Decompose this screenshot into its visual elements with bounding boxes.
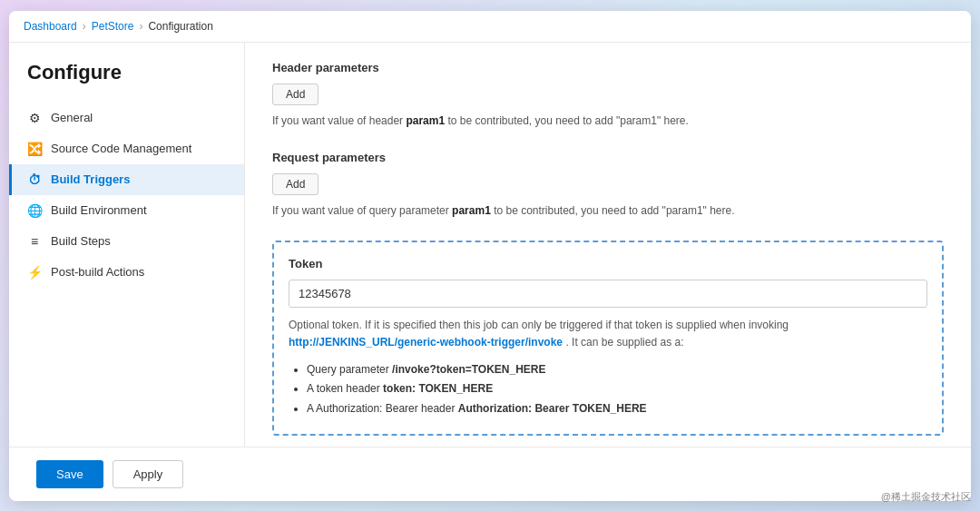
header-params-add-button[interactable]: Add <box>272 84 318 105</box>
sidebar-item-label: Build Triggers <box>51 172 130 186</box>
sidebar-item-build-environment[interactable]: 🌐 Build Environment <box>9 195 244 226</box>
list-item: Query parameter /invoke?token=TOKEN_HERE <box>307 360 927 380</box>
sidebar: Configure ⚙ General 🔀 Source Code Manage… <box>9 43 245 447</box>
token-list: Query parameter /invoke?token=TOKEN_HERE… <box>289 360 927 419</box>
sidebar-item-label: Build Steps <box>51 234 111 248</box>
token-section: Token Optional token. If it is specified… <box>272 241 944 436</box>
sidebar-item-label: General <box>51 111 93 124</box>
sidebar-item-label: Build Environment <box>51 203 147 217</box>
sidebar-title: Configure <box>9 61 244 103</box>
steps-icon: ≡ <box>27 234 42 249</box>
breadcrumb-config: Configuration <box>148 20 212 33</box>
request-params-hint: If you want value of query parameter par… <box>272 202 944 219</box>
apply-button[interactable]: Apply <box>113 460 184 488</box>
list-item: A token header token: TOKEN_HERE <box>307 379 927 399</box>
sidebar-item-build-steps[interactable]: ≡ Build Steps <box>9 226 244 257</box>
request-params-add-button[interactable]: Add <box>272 173 318 195</box>
request-params-section: Request parameters Add If you want value… <box>272 151 944 219</box>
header-params-title: Header parameters <box>272 61 944 74</box>
globe-icon: 🌐 <box>27 203 42 218</box>
list-item: A Authorization: Bearer header Authoriza… <box>307 399 927 419</box>
sidebar-item-source-code[interactable]: 🔀 Source Code Management <box>9 133 244 164</box>
breadcrumb-petstore[interactable]: PetStore <box>92 20 134 33</box>
save-button[interactable]: Save <box>36 460 103 488</box>
token-title: Token <box>289 257 927 270</box>
token-input[interactable] <box>289 280 927 308</box>
bolt-icon: ⚡ <box>27 265 42 280</box>
header-params-section: Header parameters Add If you want value … <box>272 61 944 129</box>
footer-bar: Save Apply <box>9 447 971 501</box>
source-code-icon: 🔀 <box>27 142 42 156</box>
gear-icon: ⚙ <box>27 111 42 125</box>
sidebar-item-general[interactable]: ⚙ General <box>9 103 244 133</box>
token-url-link[interactable]: http://JENKINS_URL/generic-webhook-trigg… <box>289 336 563 349</box>
sidebar-item-label: Source Code Management <box>51 142 191 155</box>
breadcrumb-dashboard[interactable]: Dashboard <box>24 20 77 33</box>
sidebar-item-build-triggers[interactable]: ⏱ Build Triggers <box>9 164 244 195</box>
watermark: @稀土掘金技术社区 <box>881 490 971 504</box>
request-params-title: Request parameters <box>272 151 944 164</box>
breadcrumb: Dashboard › PetStore › Configuration <box>9 11 971 43</box>
sidebar-item-post-build[interactable]: ⚡ Post-build Actions <box>9 257 244 288</box>
token-description: Optional token. If it is specified then … <box>289 317 927 351</box>
header-params-hint: If you want value of header param1 to be… <box>272 113 944 129</box>
sidebar-item-label: Post-build Actions <box>51 265 144 279</box>
content-area: Header parameters Add If you want value … <box>245 43 971 447</box>
clock-icon: ⏱ <box>27 172 42 187</box>
